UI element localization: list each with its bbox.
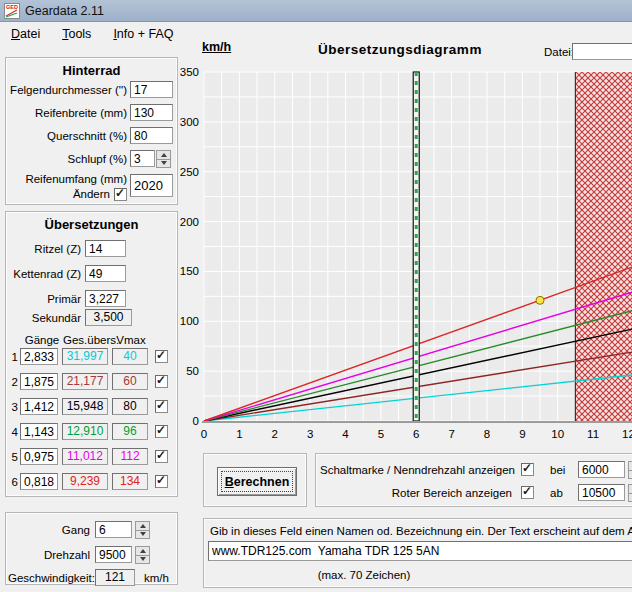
gear-1-total: 31,997 [62,348,108,365]
svg-text:350: 350 [180,66,199,78]
window-title: Geardata 2.11 [25,4,104,18]
schaltmarke-spinner [628,461,632,478]
gear-3-ratio-input[interactable] [20,398,58,415]
title-bar[interactable]: GED Geardata 2.11 [0,0,632,22]
drehzahl-input[interactable] [95,546,132,563]
svg-text:0: 0 [193,415,199,427]
svg-text:GED: GED [6,4,18,10]
col-vmax: Vmax [113,334,149,346]
gear-3-total: 15,948 [62,398,108,415]
kettenrad-input[interactable] [85,265,126,282]
roter-bereich-label: Roter Bereich anzeigen [320,487,512,499]
gear-6-vmax: 134 [112,473,148,490]
state-panel: Gang Drehzahl Geschwindigkeit: 121 km/h [5,512,178,585]
y-axis-unit-label: km/h [202,40,231,54]
gear-4-visible-checkbox[interactable] [155,425,168,438]
kmh-unit-label: km/h [144,572,169,584]
gear-4-ratio-input[interactable] [20,423,58,440]
gear-2-ratio-input[interactable] [20,373,58,390]
sekundaer-value: 3,500 [85,309,132,326]
uebersetzungs-chart: 0123456789101112050100150200250300350 [168,60,632,445]
berechnen-panel: Berechnen [203,453,307,507]
gear-row-num: 5 [8,451,18,463]
gear-row-num: 2 [8,376,18,388]
col-gaenge: Gänge [20,334,64,346]
gear-5-vmax: 112 [112,448,148,465]
schaltmarke-rpm-input[interactable] [578,461,625,478]
svg-text:3: 3 [307,428,313,440]
options-panel: Schaltmarke / Nenndrehzahl anzeigen bei … [315,453,632,507]
gear-6-visible-checkbox[interactable] [155,475,168,488]
bei-label: bei [550,464,565,476]
schlupf-input[interactable] [130,150,155,167]
gear-5-total: 11,012 [62,448,108,465]
geschwindigkeit-value: 121 [95,569,135,586]
querschnitt-label: Querschnitt (%) [10,130,127,142]
gang-input[interactable] [95,521,132,538]
gear-1-ratio-input[interactable] [20,348,58,365]
felgendurchmesser-label: Felgendurchmesser ('') [10,84,127,96]
spin-down-button[interactable] [135,530,150,540]
footer-instruction-label: Gib in dieses Feld einen Namen od. Bezei… [210,525,632,537]
max-zeichen-hint: (max. 70 Zeichen) [259,569,469,581]
geardata-window: { "window": { "title": "Geardata 2.11" }… [0,0,632,592]
svg-text:2: 2 [272,428,278,440]
ritzel-input[interactable] [85,240,126,257]
svg-text:5: 5 [378,428,384,440]
spin-down-button[interactable] [135,555,150,565]
reifenumfang-label: Reifenumfang (mm) [10,173,127,185]
gear-5-visible-checkbox[interactable] [155,450,168,463]
col-gesuebers: Ges.übers. [63,334,113,346]
aendern-checkbox[interactable] [114,188,127,201]
gear-2-visible-checkbox[interactable] [155,375,168,388]
svg-text:6: 6 [413,428,419,440]
footer-panel: Gib in dieses Feld einen Namen od. Bezei… [203,518,632,588]
ab-label: ab [550,487,563,499]
menu-datei[interactable]: Datei [0,24,51,44]
app-icon: GED [4,3,20,19]
datei-input[interactable] [572,43,632,60]
schaltmarke-checkbox[interactable] [521,463,534,476]
gear-4-total: 12,910 [62,423,108,440]
svg-text:150: 150 [180,265,199,277]
gear-5-ratio-input[interactable] [20,448,58,465]
gear-3-visible-checkbox[interactable] [155,400,168,413]
reifenbreite-label: Reifenbreite (mm) [10,107,127,119]
reifenbreite-input[interactable] [130,104,173,121]
menu-info-faq[interactable]: Info + FAQ [102,24,184,44]
menu-tools[interactable]: Tools [51,24,102,44]
focus-rect [221,471,293,492]
uebersetzungen-panel: Übersetzungen Ritzel (Z) Kettenrad (Z) P… [5,211,178,497]
gear-6-ratio-input[interactable] [20,473,58,490]
svg-text:0: 0 [201,428,207,440]
berechnen-button[interactable]: Berechnen [217,467,297,496]
gear-1-visible-checkbox[interactable] [155,350,168,363]
svg-text:9: 9 [519,428,525,440]
hinterrad-title: Hinterrad [6,58,177,78]
geschwindigkeit-label: Geschwindigkeit: [8,572,90,584]
gear-2-total: 21,177 [62,373,108,390]
svg-text:12: 12 [622,428,632,440]
gear-row-num: 4 [8,426,18,438]
roter-bereich-spinner [628,484,632,501]
querschnitt-input[interactable] [130,127,173,144]
roter-bereich-rpm-input[interactable] [578,484,625,501]
drehzahl-spinner [135,546,150,563]
schlupf-label: Schlupf (%) [10,153,127,165]
primaer-label: Primär [8,293,81,305]
spin-down-button[interactable] [628,493,632,503]
spin-down-button[interactable] [628,470,632,480]
hinterrad-panel: Hinterrad Felgendurchmesser ('') Reifenb… [5,57,178,205]
primaer-input[interactable] [85,290,126,307]
gang-label: Gang [8,524,90,536]
roter-bereich-checkbox[interactable] [521,486,534,499]
gear-row-num: 1 [8,351,18,363]
gear-2-vmax: 60 [112,373,148,390]
svg-text:7: 7 [448,428,454,440]
gear-3-vmax: 80 [112,398,148,415]
svg-text:11: 11 [587,428,599,440]
felgendurchmesser-input[interactable] [130,81,173,98]
print-name-input[interactable] [208,541,632,561]
svg-text:300: 300 [180,116,199,128]
reifenumfang-input[interactable] [130,174,173,197]
